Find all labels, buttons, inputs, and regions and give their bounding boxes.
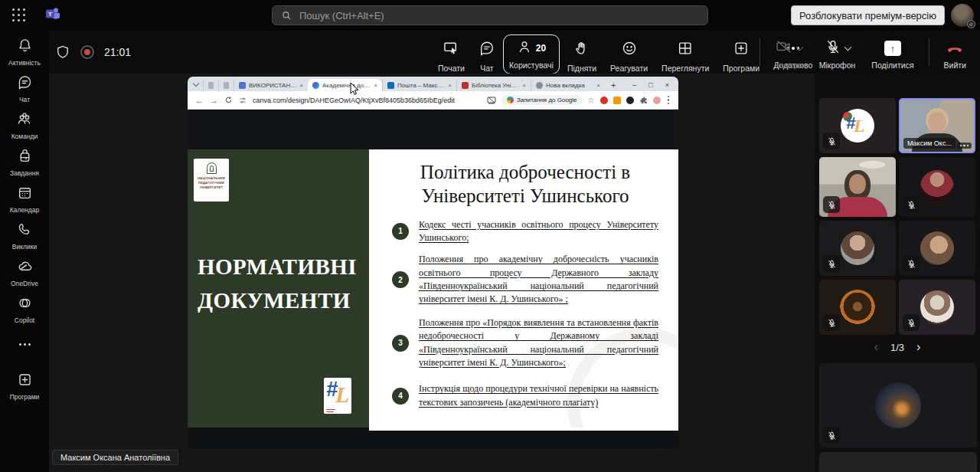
mic-muted-badge [823, 196, 840, 213]
microphone-button[interactable]: Мікрофон [813, 34, 862, 74]
participant-tile[interactable] [899, 280, 975, 335]
chat-icon [17, 74, 33, 93]
sidebar-item-assignments[interactable]: Завдання [0, 141, 49, 178]
next-page-icon[interactable]: › [916, 340, 920, 354]
url-text: canva.com/design/DAHEGeOwIAQ/KtjXvBf8405… [253, 97, 455, 104]
browser-url-bar: ← → canva.com/design/DAHEGeOwIAQ/KtjXvBf… [188, 91, 678, 110]
shield-icon[interactable] [55, 44, 70, 61]
new-tab-icon: + [611, 80, 616, 90]
mic-muted-badge [903, 196, 920, 213]
search-input[interactable]: Пошук (Ctrl+Alt+E) [272, 5, 708, 25]
slide-left-panel: НАЦІОНАЛЬНИЙ ПЕДАГОГІЧНИЙ УНІВЕРСИТЕТ НО… [188, 149, 369, 428]
sidebar-item-teams[interactable]: Команди [0, 104, 49, 141]
browser-tab-strip: ВИКОРИСТАННЯ У × Академічна добро × Пошт… [188, 77, 678, 91]
react-button[interactable]: Реагувати [604, 34, 654, 77]
search-icon [282, 11, 292, 21]
mic-muted-badge [823, 133, 840, 149]
share-up-arrow-icon: ↑ [884, 41, 901, 56]
canva-icon [312, 82, 319, 89]
participant-tile[interactable]: # L [819, 98, 896, 153]
pinned-tab [218, 80, 234, 91]
backpack-icon [17, 148, 33, 167]
browser-profile-avatar [653, 97, 661, 104]
hashtag-logo-avatar: # L [841, 109, 874, 143]
sidebar-item-chat[interactable]: Чат [0, 67, 49, 104]
participant-tile[interactable] [899, 157, 975, 217]
bookmark-star-icon: ☆ [588, 96, 595, 104]
participant-tile[interactable] [819, 221, 896, 276]
camera-chevron-icon[interactable] [796, 44, 804, 51]
hash-icon: # [846, 113, 855, 133]
teams-logo-icon[interactable]: T [44, 5, 61, 25]
pinned-tab [203, 80, 218, 91]
maximize-icon: □ [648, 81, 652, 89]
slide-content-panel: Політика доброчесності в Університеті Уш… [369, 149, 678, 428]
participant-tile[interactable] [899, 221, 975, 276]
participant-avatar [841, 231, 874, 265]
participant-avatar [920, 290, 954, 324]
university-logo: НАЦІОНАЛЬНИЙ ПЕДАГОГІЧНИЙ УНІВЕРСИТЕТ [194, 159, 229, 202]
microphone-chevron-icon[interactable] [844, 44, 851, 51]
sidebar-item-calendar[interactable]: Календар [0, 178, 49, 215]
hang-up-icon [945, 39, 965, 57]
app-launcher-icon[interactable] [12, 8, 26, 22]
participant-count-badge: 20 [536, 43, 546, 54]
minimize-icon: – [632, 81, 636, 89]
google-icon [507, 97, 514, 103]
avatar[interactable]: ⊘ [951, 4, 974, 27]
app-sidebar: Активність Чат Команди Завдання Календар… [0, 31, 49, 472]
extension-adblock-icon [600, 97, 608, 104]
unlock-premium-button[interactable]: Розблокувати преміум-версію [791, 5, 945, 25]
participant-tile[interactable] [819, 157, 896, 217]
item-text: Положення про «Порядок виявлення та вста… [419, 316, 658, 370]
participant-tile-partial[interactable] [819, 452, 977, 472]
speaker-name-label: Максим Окс... [903, 138, 956, 149]
start-sharing-button[interactable]: Почати [432, 34, 471, 77]
sidebar-item-activity[interactable]: Активність [0, 31, 49, 67]
extension-dark-icon [626, 97, 634, 104]
mouse-cursor-icon [350, 82, 360, 95]
share-button[interactable]: ↑ Поділитися [865, 34, 920, 74]
chrome-icon [536, 82, 543, 89]
svg-text:T: T [48, 11, 52, 18]
slide-list-item: 1 Кодекс честі учасників освітнього проц… [392, 218, 658, 245]
outlook-icon [387, 82, 394, 89]
ask-google-chip: Запитання до Google [501, 95, 583, 105]
teams-window: T Пошук (Ctrl+Alt+E) Розблокувати преміу… [0, 0, 980, 472]
browser-tab: ВИКОРИСТАННЯ У × [234, 79, 308, 91]
meeting-timer: 21:01 [104, 46, 131, 58]
divider [929, 38, 929, 66]
camera-button[interactable]: Камера [769, 34, 809, 74]
chat-button[interactable]: Чат [472, 34, 501, 77]
tile-more-icon[interactable] [957, 143, 972, 149]
participant-video [859, 161, 885, 169]
sidebar-more-icon[interactable] [0, 331, 49, 357]
sidebar-item-onedrive[interactable]: OneDrive [0, 251, 49, 288]
hash-icon: # [326, 378, 338, 402]
leave-button[interactable]: Вийти [938, 34, 972, 74]
item-number-badge: 2 [392, 271, 409, 288]
top-bar: T Пошук (Ctrl+Alt+E) Розблокувати преміу… [0, 0, 980, 31]
extension-orange-icon [613, 97, 621, 104]
extensions-puzzle-icon [639, 96, 648, 104]
self-view-tile[interactable] [819, 363, 977, 447]
screen-share-icon [443, 39, 460, 61]
integrity-hashtag-logo: # L [324, 378, 351, 414]
prev-page-icon[interactable]: ‹ [874, 340, 878, 354]
sidebar-item-apps[interactable]: Програми [0, 365, 49, 402]
participant-tile[interactable] [819, 280, 896, 335]
participant-avatar [920, 170, 954, 204]
library-icon [462, 82, 469, 89]
sidebar-item-calls[interactable]: Виклики [0, 215, 49, 251]
sidebar-item-copilot[interactable]: Copilot [0, 288, 49, 325]
browser-tab: Бібліотека Універс × [456, 79, 531, 91]
slide-list-item: 3 Положення про «Порядок виявлення та вс… [392, 316, 658, 370]
raise-hand-button[interactable]: Підняти [561, 34, 603, 77]
slide-list-item: 4 Інструкція щодо процедури технічної пе… [392, 382, 658, 409]
arch-emblem-icon [207, 162, 217, 174]
active-speaker-tile[interactable]: Максим Окс... [899, 98, 975, 153]
item-number-badge: 1 [392, 223, 409, 240]
plus-square-icon [733, 39, 750, 61]
people-button[interactable]: 20 Користувачі [503, 34, 560, 74]
view-button[interactable]: Переглянути [655, 34, 715, 77]
